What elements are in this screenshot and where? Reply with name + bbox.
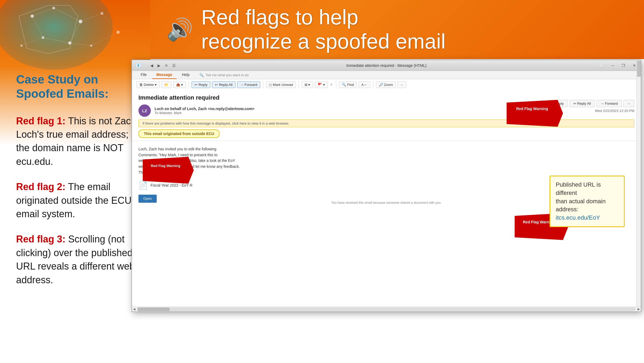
red-flag-label-3: Red flag 3: <box>16 234 65 245</box>
find-btn[interactable]: 🔍 Find <box>339 81 357 88</box>
svg-text:Red Flag Warning: Red Flag Warning <box>151 164 180 168</box>
apps-btn[interactable]: ⊞ ▾ <box>302 81 313 88</box>
scrollbar-thumb[interactable] <box>637 61 641 77</box>
scroll-left-arrow[interactable]: ◀ <box>132 307 136 311</box>
tooltip-line1: Published URL is different <box>556 181 619 197</box>
reply-bar-more[interactable]: ··· <box>623 100 634 107</box>
red-flag-item-1: Red flag 1: This is not Zach Loch's true… <box>16 114 137 169</box>
h-scroll-track[interactable] <box>137 307 635 311</box>
red-flag-label-1: Red flag 1: <box>16 115 65 126</box>
body-line3: week. Can you review ASAP? Also, take a … <box>138 158 634 164</box>
ribbon-sep-1 <box>189 81 189 88</box>
header-area: 🔊 Red flags to help recognize a spoofed … <box>0 0 644 59</box>
body-thanks: Thanks." <box>138 170 634 176</box>
speaker-icon: 🔊 <box>166 19 193 40</box>
red-flag-item-3: Red flag 3: Scrolling (not clicking) ove… <box>16 233 137 287</box>
outlook-icon: 📧 <box>135 63 141 68</box>
nav-forward[interactable]: ▶ <box>156 63 162 68</box>
red-flag-banner-2: Red Flag Warning <box>143 157 196 185</box>
more-btn[interactable]: ··· <box>397 81 406 88</box>
search-placeholder: Tell me what you want to do <box>206 73 249 77</box>
tooltip-box: Published URL is different than actual d… <box>550 176 625 227</box>
email-date: Wed 2/22/2023 12:20 PM <box>595 109 634 113</box>
open-btn[interactable]: Open <box>138 195 157 203</box>
minimize-btn[interactable]: ─ <box>610 63 616 68</box>
forward-btn[interactable]: → Forward <box>237 81 260 88</box>
svg-marker-22 <box>143 157 194 184</box>
ribbon-sep-4 <box>336 81 336 88</box>
email-window: 📧 ◀ ▶ ✕ ☰ Immediate attention required -… <box>131 60 641 312</box>
delete-btn[interactable]: 🗑 Delete ▾ <box>136 81 160 88</box>
vertical-scrollbar[interactable] <box>636 60 641 311</box>
case-study-title: Case Study onSpoofed Emails: <box>16 72 137 101</box>
reply-all-btn[interactable]: ↩ Reply All <box>212 81 235 88</box>
tab-file[interactable]: File <box>136 71 151 79</box>
reply-btn[interactable]: ↩ Reply <box>192 81 210 88</box>
tooltip-line4: itcs.ecu.edu/EoY <box>556 214 619 222</box>
ribbon-sep-3 <box>299 81 299 88</box>
ribbon-sep-2 <box>263 81 263 88</box>
nav-menu[interactable]: ☰ <box>171 63 177 68</box>
translate-btn[interactable]: A↔ <box>358 81 370 88</box>
ribbon-search[interactable]: 🔍 Tell me what you want to do <box>195 71 636 79</box>
nav-back[interactable]: ◀ <box>149 63 154 68</box>
body-line4: webpage at itcs.ecu.edu/EoY and let me k… <box>138 164 634 170</box>
tooltip-line2: than actual domain <box>556 197 619 206</box>
left-panel: Case Study onSpoofed Emails: Red flag 1:… <box>0 59 150 363</box>
reply-bar-forward[interactable]: → Forward <box>597 100 622 107</box>
nav-close[interactable]: ✕ <box>164 63 169 68</box>
tooltip-line3: address: <box>556 205 619 214</box>
title-bar: 📧 ◀ ▶ ✕ ☰ Immediate attention required -… <box>132 60 641 71</box>
title-bar-controls: ⬜ ─ ❐ ✕ <box>598 63 638 68</box>
avatar: LZ <box>138 104 151 117</box>
red-flag-banner-1: Red Flag Warning <box>507 100 566 128</box>
tab-help[interactable]: Help <box>178 71 194 79</box>
tab-message[interactable]: Message <box>152 71 177 79</box>
reply-bar-reply-all[interactable]: ↩ Reply All <box>569 100 595 107</box>
search-icon: 🔍 <box>199 73 204 77</box>
ribbon-row: 🗑 Delete ▾ 📁 📤 ▾ ↩ Reply ↩ Reply All → F… <box>132 79 641 90</box>
red-flag-label-2: Red flag 2: <box>16 181 65 192</box>
footer-note: You have received this email because som… <box>331 200 441 205</box>
mark-unread-btn[interactable]: ◻ Mark Unread <box>266 81 296 88</box>
horizontal-scrollbar[interactable]: ◀ ▶ <box>132 307 641 311</box>
archive-btn[interactable]: 📁 <box>161 81 171 88</box>
scroll-right-arrow[interactable]: ▶ <box>636 307 641 311</box>
move-btn[interactable]: 📤 ▾ <box>173 81 186 88</box>
title-bar-text: Immediate attention required - Message (… <box>346 63 427 68</box>
flag-counter: 5 <box>330 83 333 86</box>
svg-text:Red Flag Warning: Red Flag Warning <box>516 107 548 111</box>
h-scroll-thumb[interactable] <box>137 307 170 311</box>
svg-marker-20 <box>507 100 563 127</box>
red-flag-item-2: Red flag 2: The email originated outside… <box>16 180 137 221</box>
body-line2: Comments: "Hey Mark, I need to present t… <box>138 152 634 158</box>
flag-btn[interactable]: 🚩 ▾ <box>315 81 328 88</box>
body-line1: Loch, Zach has invited you to edit the f… <box>138 146 634 152</box>
zoom-btn[interactable]: 🔎 Zoom <box>376 81 396 88</box>
maximize-btn[interactable]: ❐ <box>620 63 627 68</box>
ribbon-tabs: File Message Help 🔍 Tell me what you wan… <box>132 71 641 79</box>
restore-btn[interactable]: ⬜ <box>598 63 606 68</box>
header-title: Red flags to help recognize a spoofed em… <box>201 5 446 53</box>
outside-ecu-bar: This email originated from outside ECU <box>138 129 219 138</box>
ribbon-sep-5 <box>373 81 373 88</box>
